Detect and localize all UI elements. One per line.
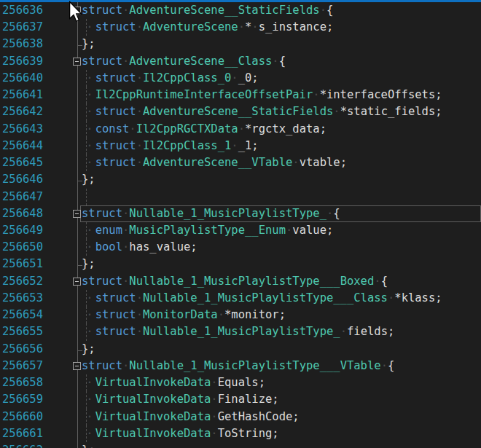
code-token: { bbox=[279, 55, 286, 68]
line-number[interactable]: 256651 bbox=[2, 256, 43, 272]
fold-collapse-icon[interactable] bbox=[73, 58, 81, 66]
line-number[interactable]: 256648 bbox=[2, 205, 43, 222]
code-token: VirtualInvokeData bbox=[95, 410, 211, 423]
code-token: VirtualInvokeData bbox=[95, 427, 211, 440]
code-line[interactable]: 256649·enum·MusicPlaylistType__Enum·valu… bbox=[0, 222, 481, 239]
space-dot: · bbox=[136, 139, 143, 152]
line-number[interactable]: 256656 bbox=[2, 341, 43, 358]
line-number[interactable]: 256638 bbox=[2, 36, 43, 52]
code-text: ·VirtualInvokeData·GetHashCode; bbox=[82, 409, 300, 425]
line-number[interactable]: 256652 bbox=[2, 273, 43, 290]
line-number[interactable]: 256646 bbox=[2, 171, 43, 188]
line-number[interactable]: 256639 bbox=[2, 53, 43, 70]
code-text: }; bbox=[82, 442, 95, 448]
code-line[interactable]: 256648struct·Nullable_1_MusicPlaylistTyp… bbox=[0, 205, 481, 222]
line-number[interactable]: 256659 bbox=[2, 391, 43, 408]
line-number[interactable]: 256641 bbox=[2, 87, 43, 103]
code-token: VirtualInvokeData bbox=[95, 376, 211, 389]
line-number[interactable]: 256642 bbox=[2, 103, 43, 120]
code-token: Finalize; bbox=[218, 393, 279, 406]
code-text: }; bbox=[82, 36, 95, 52]
code-token: Nullable_1_MusicPlaylistType___Class bbox=[143, 291, 388, 304]
line-number[interactable]: 256660 bbox=[2, 409, 43, 425]
line-number[interactable]: 256645 bbox=[2, 154, 43, 171]
code-text: ·struct·AdventureScene__VTable·vtable; bbox=[82, 154, 347, 171]
fold-collapse-icon[interactable] bbox=[73, 210, 81, 218]
code-line[interactable]: 256642·struct·AdventureScene__StaticFiel… bbox=[0, 103, 481, 120]
space-dot: · bbox=[374, 275, 380, 288]
code-line[interactable]: 256647 bbox=[0, 189, 481, 205]
code-line[interactable]: 256645·struct·AdventureScene__VTable·vta… bbox=[0, 154, 481, 171]
code-line[interactable]: 256653·struct·Nullable_1_MusicPlaylistTy… bbox=[0, 290, 481, 307]
code-line[interactable]: 256650·bool·has_value; bbox=[0, 239, 481, 256]
code-token: has_value; bbox=[129, 240, 197, 254]
fold-collapse-icon[interactable] bbox=[73, 278, 81, 286]
line-number[interactable]: 256654 bbox=[2, 307, 43, 323]
code-line[interactable]: 256654·struct·MonitorData·*monitor; bbox=[0, 307, 481, 323]
code-line[interactable]: 256662}; bbox=[0, 442, 481, 448]
space-dot: · bbox=[340, 325, 347, 338]
code-text: }; bbox=[82, 171, 95, 188]
line-number[interactable]: 256637 bbox=[2, 19, 43, 36]
code-text: ·struct·AdventureScene·*·s_instance; bbox=[82, 19, 333, 36]
line-number[interactable]: 256649 bbox=[2, 222, 43, 239]
space-dot: · bbox=[211, 393, 217, 406]
line-number[interactable]: 256644 bbox=[2, 138, 43, 154]
code-token: }; bbox=[82, 342, 95, 355]
line-number[interactable]: 256647 bbox=[2, 189, 43, 205]
code-line[interactable]: 256658·VirtualInvokeData·Equals; bbox=[0, 374, 481, 391]
code-line[interactable]: 256661·VirtualInvokeData·ToString; bbox=[0, 425, 481, 442]
code-line[interactable]: 256643·const·Il2CppRGCTXData·*rgctx_data… bbox=[0, 121, 481, 138]
space-dot: · bbox=[136, 308, 143, 321]
space-dot: · bbox=[381, 359, 388, 372]
code-line[interactable]: 256656}; bbox=[0, 341, 481, 358]
line-number[interactable]: 256650 bbox=[2, 239, 43, 256]
code-token: GetHashCode; bbox=[218, 410, 300, 423]
line-number[interactable]: 256658 bbox=[2, 374, 43, 391]
line-number[interactable]: 256661 bbox=[2, 425, 43, 442]
code-line[interactable]: 256655·struct·Nullable_1_MusicPlaylistTy… bbox=[0, 323, 481, 340]
line-number[interactable]: 256655 bbox=[2, 323, 43, 340]
code-line[interactable]: 256638}; bbox=[0, 36, 481, 52]
code-line[interactable]: 256660·VirtualInvokeData·GetHashCode; bbox=[0, 409, 481, 425]
code-token: { bbox=[326, 4, 333, 17]
code-token: *rgctx_data; bbox=[245, 122, 326, 135]
code-text: ·Il2CppRuntimeInterfaceOffsetPair·*inter… bbox=[82, 87, 442, 103]
space-dot: · bbox=[313, 88, 319, 101]
line-number[interactable]: 256643 bbox=[2, 121, 43, 138]
tab-indent: · bbox=[82, 239, 95, 256]
fold-collapse-icon[interactable] bbox=[73, 362, 81, 370]
space-dot: · bbox=[136, 291, 143, 304]
code-text: ·VirtualInvokeData·ToString; bbox=[82, 425, 279, 442]
code-line[interactable]: 256646}; bbox=[0, 171, 481, 188]
space-dot: · bbox=[388, 291, 394, 304]
line-number[interactable]: 256636 bbox=[2, 2, 43, 19]
code-line[interactable]: 256652struct·Nullable_1_MusicPlaylistTyp… bbox=[0, 273, 481, 290]
code-token: struct bbox=[95, 291, 136, 304]
code-line[interactable]: 256639struct·AdventureScene__Class·{ bbox=[0, 53, 481, 70]
code-text: ·struct·Il2CppClass_1·_1; bbox=[82, 138, 259, 154]
code-text: ·struct·MonitorData·*monitor; bbox=[82, 307, 286, 323]
code-token: { bbox=[333, 207, 340, 220]
line-number[interactable]: 256657 bbox=[2, 358, 43, 374]
minus-glyph bbox=[75, 61, 79, 62]
code-token: MonitorData bbox=[143, 308, 218, 321]
code-line[interactable]: 256659·VirtualInvokeData·Finalize; bbox=[0, 391, 481, 408]
line-number[interactable]: 256653 bbox=[2, 290, 43, 307]
code-token: struct bbox=[82, 275, 122, 288]
minus-glyph bbox=[75, 366, 79, 366]
code-line[interactable]: 256657struct·Nullable_1_MusicPlaylistTyp… bbox=[0, 358, 481, 374]
line-number[interactable]: 256640 bbox=[2, 70, 43, 87]
tab-indent: · bbox=[82, 290, 95, 307]
line-number[interactable]: 256662 bbox=[2, 442, 43, 448]
code-text: }; bbox=[82, 256, 95, 272]
code-text: struct·AdventureScene__Class·{ bbox=[82, 53, 286, 70]
code-line[interactable]: 256651}; bbox=[0, 256, 481, 272]
code-text: ·const·Il2CppRGCTXData·*rgctx_data; bbox=[82, 121, 326, 138]
code-token: AdventureScene__Class bbox=[129, 55, 272, 68]
code-token: Equals; bbox=[218, 376, 265, 389]
code-token: struct bbox=[95, 20, 136, 34]
code-line[interactable]: 256644·struct·Il2CppClass_1·_1; bbox=[0, 138, 481, 154]
code-line[interactable]: 256640·struct·Il2CppClass_0·_0; bbox=[0, 70, 481, 87]
code-line[interactable]: 256641·Il2CppRuntimeInterfaceOffsetPair·… bbox=[0, 87, 481, 103]
